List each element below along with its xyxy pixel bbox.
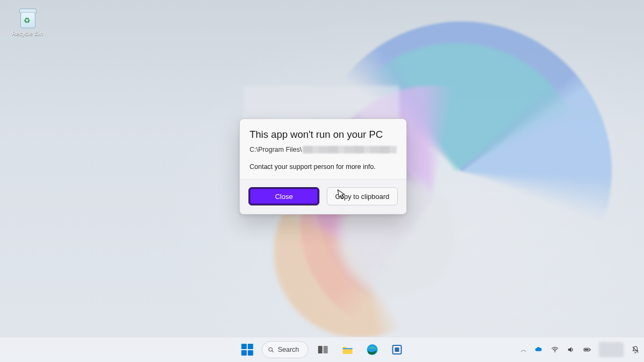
wifi-icon[interactable] — [551, 345, 559, 354]
taskbar-app-button[interactable] — [386, 339, 407, 360]
taskbar-search-label: Search — [278, 346, 299, 353]
svg-rect-3 — [323, 346, 327, 353]
onedrive-icon[interactable] — [535, 345, 543, 354]
tray-overflow-button[interactable]: ︿ — [521, 345, 527, 354]
taskbar: Search ︿ — [0, 337, 644, 362]
start-button[interactable] — [237, 339, 258, 360]
battery-icon[interactable] — [583, 345, 591, 354]
svg-point-8 — [554, 351, 555, 352]
dialog-hint: Contact your support person for more inf… — [250, 163, 397, 171]
folder-icon — [341, 343, 354, 356]
svg-rect-10 — [590, 349, 590, 351]
system-tray: ︿ — [521, 342, 640, 357]
notifications-icon[interactable] — [631, 345, 640, 354]
error-dialog: This app won't run on your PC C:\Program… — [239, 119, 407, 215]
desktop[interactable]: ♻ Recycle Bin This app won't run on your… — [0, 0, 644, 362]
svg-rect-4 — [342, 348, 352, 349]
task-view-icon — [316, 343, 329, 356]
app-window-icon — [390, 343, 403, 356]
dialog-path-row: C:\Program Files\ — [250, 146, 397, 153]
edge-button[interactable] — [362, 339, 382, 360]
dialog-footer: Close Copy to clipboard — [240, 179, 406, 214]
taskbar-search[interactable]: Search — [262, 341, 309, 358]
background-window-ghost — [244, 86, 399, 119]
svg-rect-2 — [318, 346, 322, 353]
search-icon — [268, 346, 275, 353]
file-explorer-button[interactable] — [337, 339, 357, 360]
recycle-bin-icon: ♻ — [16, 6, 39, 29]
copy-to-clipboard-button[interactable]: Copy to clipboard — [327, 187, 398, 205]
task-view-button[interactable] — [312, 339, 333, 360]
dialog-title: This app won't run on your PC — [250, 129, 397, 141]
close-button[interactable]: Close — [248, 187, 319, 205]
svg-rect-7 — [394, 348, 399, 352]
dialog-path-prefix: C:\Program Files\ — [250, 146, 302, 153]
svg-line-1 — [272, 351, 274, 352]
windows-logo-icon — [241, 344, 253, 356]
volume-icon[interactable] — [567, 345, 575, 354]
taskbar-clock-blurred[interactable] — [599, 342, 624, 357]
svg-point-0 — [269, 348, 273, 351]
recycle-bin-label: Recycle Bin — [9, 30, 46, 36]
svg-rect-11 — [584, 349, 588, 351]
edge-icon — [365, 343, 378, 356]
dialog-path-redacted — [303, 146, 397, 153]
recycle-bin-desktop-icon[interactable]: ♻ Recycle Bin — [9, 6, 46, 36]
